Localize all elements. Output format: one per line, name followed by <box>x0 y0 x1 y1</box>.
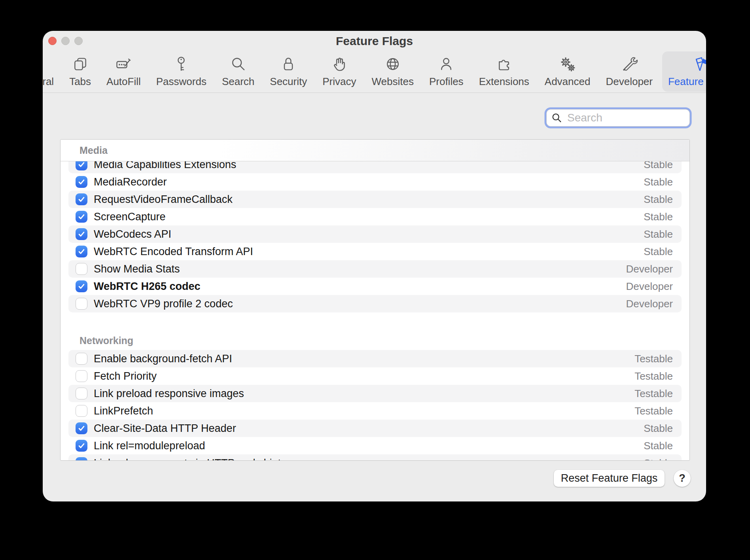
feature-row[interactable]: Show Media StatsDeveloper <box>68 260 682 278</box>
tab-label: Extensions <box>479 76 529 88</box>
feature-row[interactable]: WebRTC Encoded Transform APIStable <box>61 243 689 260</box>
feature-row[interactable]: MediaRecorderStable <box>61 173 689 191</box>
tab-developer[interactable]: Developer <box>600 51 659 92</box>
help-button[interactable]: ? <box>674 470 691 487</box>
flags-icon <box>690 55 706 74</box>
checkbox-unchecked[interactable] <box>76 353 87 365</box>
feature-row[interactable]: LinkPrefetchTestable <box>61 402 689 420</box>
checkbox-unchecked[interactable] <box>76 405 87 417</box>
tab-general[interactable]: General <box>43 51 60 92</box>
checkbox-checked[interactable] <box>76 211 87 223</box>
status-label: Testable <box>634 353 673 365</box>
titlebar: Feature Flags <box>43 31 706 51</box>
status-label: Stable <box>644 193 673 206</box>
tab-label: Passwords <box>156 76 206 88</box>
status-label: Testable <box>634 370 673 382</box>
checkbox-checked[interactable] <box>76 228 87 240</box>
feature-row[interactable]: Link rel=modulepreloadStable <box>61 437 689 454</box>
status-label: Testable <box>634 405 673 417</box>
list-content: Media Capabilities ExtensionsStableMedia… <box>61 156 689 461</box>
tab-label: Profiles <box>429 76 464 88</box>
tab-feature-flags[interactable]: Feature Flags <box>662 51 706 92</box>
checkbox-checked[interactable] <box>76 176 87 188</box>
checkbox-checked[interactable] <box>76 422 87 434</box>
key-icon <box>172 55 191 74</box>
tab-privacy[interactable]: Privacy <box>316 51 362 92</box>
feature-label: WebRTC Encoded Transform API <box>94 246 644 258</box>
tab-extensions[interactable]: Extensions <box>473 51 535 92</box>
tab-label: Privacy <box>322 76 356 88</box>
feature-row[interactable]: RequestVideoFrameCallbackStable <box>68 191 682 208</box>
status-label: Stable <box>644 246 673 258</box>
feature-row[interactable]: ScreenCaptureStable <box>61 208 689 225</box>
tab-websites[interactable]: Websites <box>366 51 419 92</box>
search-field[interactable] <box>546 109 690 127</box>
feature-label: MediaRecorder <box>94 176 644 188</box>
feature-row[interactable]: Fetch PriorityTestable <box>61 367 689 385</box>
feature-label: Clear-Site-Data HTTP Header <box>94 422 644 435</box>
feature-label: Fetch Priority <box>94 370 634 382</box>
tab-label: AutoFill <box>106 76 141 88</box>
tab-label: Search <box>222 76 254 88</box>
status-label: Testable <box>634 388 673 400</box>
hand-icon <box>330 55 349 74</box>
checkbox-checked[interactable] <box>76 246 87 257</box>
feature-row[interactable]: Link preload responsive imagesTestable <box>68 385 682 402</box>
checkbox-unchecked[interactable] <box>76 263 87 275</box>
lock-icon <box>279 55 298 74</box>
tab-profiles[interactable]: Profiles <box>423 51 470 92</box>
tabs-icon <box>71 55 90 74</box>
tab-label: Websites <box>371 76 413 88</box>
tab-label: Security <box>270 76 307 88</box>
tab-search[interactable]: Search <box>216 51 260 92</box>
checkbox-unchecked[interactable] <box>76 298 87 310</box>
feature-label: Link rel=modulepreload <box>94 440 644 452</box>
feature-label: Link preload responsive images <box>94 388 634 400</box>
status-label: Developer <box>626 280 673 293</box>
puzzle-icon <box>494 55 513 74</box>
feature-label: WebRTC VP9 profile 2 codec <box>94 298 626 310</box>
tools-icon <box>620 55 639 74</box>
tab-label: General <box>43 76 54 88</box>
tab-autofill[interactable]: AutoFill <box>100 51 147 92</box>
checkbox-unchecked[interactable] <box>76 370 87 382</box>
status-label: Stable <box>644 457 673 461</box>
feature-label: LinkPrefetch <box>94 405 634 417</box>
section-header-networking: Networking <box>61 331 689 350</box>
feature-row[interactable]: WebCodecs APIStable <box>68 225 682 243</box>
minimize-button[interactable] <box>61 37 70 45</box>
feature-row[interactable]: Clear-Site-Data HTTP HeaderStable <box>68 420 682 437</box>
feature-label: Link rel=preconnect via HTTP early hints <box>94 457 644 461</box>
feature-label: WebCodecs API <box>94 228 644 240</box>
checkbox-checked[interactable] <box>76 457 87 461</box>
magnifier-icon <box>551 112 562 124</box>
tab-label: Feature Flags <box>668 76 706 88</box>
checkbox-checked[interactable] <box>76 280 87 292</box>
autofill-icon <box>114 55 133 74</box>
tab-label: Developer <box>606 76 653 88</box>
reset-feature-flags-button[interactable]: Reset Feature Flags <box>554 470 665 487</box>
traffic-lights <box>48 37 83 45</box>
feature-row[interactable]: WebRTC VP9 profile 2 codecDeveloper <box>68 295 682 312</box>
feature-row[interactable]: WebRTC H265 codecDeveloper <box>61 278 689 295</box>
tab-security[interactable]: Security <box>264 51 313 92</box>
checkbox-checked[interactable] <box>76 193 87 205</box>
status-label: Stable <box>644 422 673 435</box>
status-label: Developer <box>626 263 673 275</box>
close-button[interactable] <box>48 37 57 45</box>
zoom-button[interactable] <box>74 37 83 45</box>
tab-tabs[interactable]: Tabs <box>63 51 97 92</box>
feature-flags-list[interactable]: Media Capabilities ExtensionsStableMedia… <box>60 139 690 461</box>
tab-passwords[interactable]: Passwords <box>150 51 212 92</box>
checkbox-unchecked[interactable] <box>76 388 87 399</box>
feature-label: ScreenCapture <box>94 211 644 223</box>
feature-row[interactable]: Link rel=preconnect via HTTP early hints… <box>68 454 682 461</box>
search-input[interactable] <box>567 112 706 124</box>
feature-row[interactable]: Enable background-fetch APITestable <box>68 350 682 367</box>
checkbox-checked[interactable] <box>76 440 87 452</box>
section-header-label: Media <box>80 145 108 156</box>
tab-label: Tabs <box>69 76 91 88</box>
status-label: Stable <box>644 176 673 188</box>
tab-advanced[interactable]: Advanced <box>539 51 597 92</box>
window-title: Feature Flags <box>43 31 706 51</box>
